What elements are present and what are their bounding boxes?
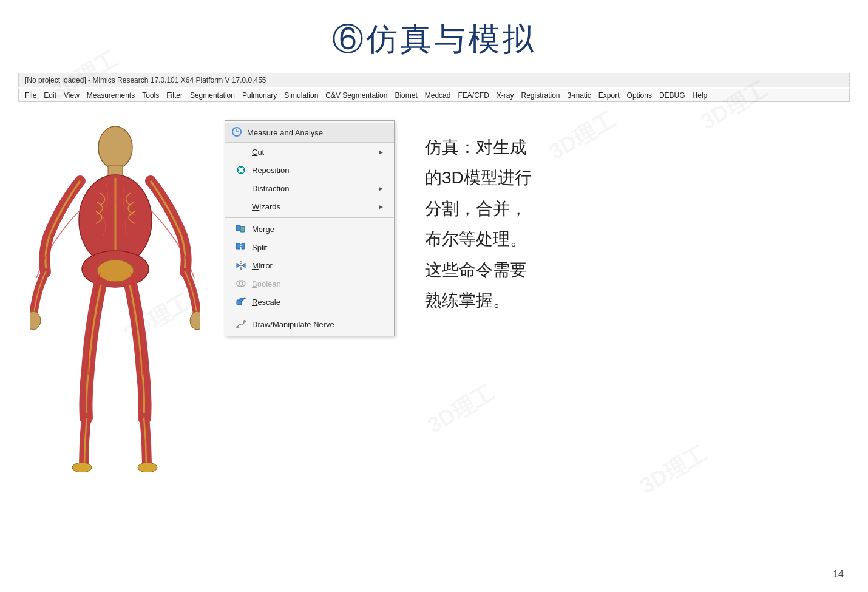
draw-nerve-label: Draw/Manipulate Nerve — [252, 320, 384, 329]
menu-debug[interactable]: DEBUG — [659, 91, 685, 100]
svg-point-32 — [243, 320, 246, 322]
menu-view[interactable]: View — [64, 91, 80, 100]
boolean-icon — [235, 277, 247, 290]
rescale-label: Rescale — [252, 298, 384, 307]
menu-xray[interactable]: X-ray — [497, 91, 514, 100]
rescale-icon — [235, 296, 247, 308]
cut-arrow: ► — [378, 149, 384, 155]
distraction-arrow: ► — [378, 185, 384, 192]
menu-fea-cfd[interactable]: FEA/CFD — [458, 91, 489, 100]
context-menu-wrapper: Measure and Analyse Cut ► — [225, 120, 395, 472]
menu-item-merge[interactable]: Merge — [225, 220, 394, 238]
distraction-icon — [235, 182, 247, 194]
page-number: 14 — [833, 569, 844, 580]
menu-pulmonary[interactable]: Pulmonary — [242, 91, 277, 100]
menu-3matic[interactable]: 3-matic — [568, 91, 591, 100]
svg-rect-20 — [236, 243, 245, 249]
page-title: ⑥仿真与模拟 — [0, 0, 868, 73]
svg-point-8 — [72, 463, 92, 472]
svg-point-31 — [236, 326, 239, 328]
anatomy-area — [18, 108, 212, 472]
menu-item-split[interactable]: Split — [225, 238, 394, 256]
split-icon — [235, 241, 247, 253]
menu-biomet[interactable]: Biomet — [395, 91, 417, 100]
distraction-label: Distraction — [252, 184, 373, 193]
merge-label: Merge — [252, 225, 384, 234]
measure-label: Measure and Analyse — [247, 128, 323, 137]
menu-help[interactable]: Help — [693, 91, 708, 100]
reposition-label: Reposition — [252, 166, 384, 175]
context-menu: Measure and Analyse Cut ► — [225, 120, 395, 336]
menu-edit[interactable]: Edit — [44, 91, 56, 100]
split-label: Split — [252, 243, 384, 252]
menu-item-draw-nerve[interactable]: Draw/Manipulate Nerve — [225, 315, 394, 333]
menubar: File Edit View Measurements Tools Filter… — [18, 89, 850, 102]
menu-file[interactable]: File — [25, 91, 36, 100]
svg-point-0 — [98, 126, 132, 169]
wizards-icon — [235, 200, 247, 213]
cut-icon — [235, 146, 247, 158]
menu-item-reposition[interactable]: Reposition — [225, 161, 394, 179]
menu-header-measure[interactable]: Measure and Analyse — [225, 123, 394, 143]
svg-point-6 — [30, 311, 41, 330]
main-content: Measure and Analyse Cut ► — [0, 102, 868, 478]
svg-rect-18 — [236, 225, 240, 231]
svg-rect-19 — [240, 226, 245, 232]
mirror-icon — [235, 259, 247, 271]
menu-item-mirror[interactable]: Mirror — [225, 256, 394, 274]
menu-simulation[interactable]: Simulation — [284, 91, 318, 100]
svg-point-7 — [190, 311, 200, 330]
menu-tools[interactable]: Tools — [142, 91, 159, 100]
menu-options[interactable]: Options — [627, 91, 652, 100]
menu-item-cut[interactable]: Cut ► — [225, 143, 394, 161]
cut-label: Cut — [252, 148, 373, 157]
menu-export[interactable]: Export — [598, 91, 620, 100]
menu-measurements[interactable]: Measurements — [87, 91, 135, 100]
menu-item-wizards[interactable]: Wizards ► — [225, 197, 394, 216]
anatomy-illustration — [30, 120, 200, 472]
titlebar: [No project loaded] - Mimics Research 17… — [18, 73, 850, 87]
menu-segmentation[interactable]: Segmentation — [190, 91, 235, 100]
menu-registration[interactable]: Registration — [521, 91, 560, 100]
menu-cv-segmentation[interactable]: C&V Segmentation — [325, 91, 387, 100]
description-text: 仿真：对生成的3D模型进行分割，合并，布尔等处理。这些命令需要熟练掌握。 — [425, 138, 532, 310]
svg-marker-24 — [242, 263, 245, 268]
nerve-icon — [235, 318, 247, 330]
menu-item-rescale[interactable]: Rescale — [225, 293, 394, 311]
menu-filter[interactable]: Filter — [166, 91, 183, 100]
titlebar-text: [No project loaded] - Mimics Research 17… — [25, 76, 266, 84]
wizards-arrow: ► — [378, 203, 384, 210]
wizards-label: Wizards — [252, 202, 373, 211]
description-area: 仿真：对生成的3D模型进行分割，合并，布尔等处理。这些命令需要熟练掌握。 — [407, 108, 850, 472]
mirror-label: Mirror — [252, 261, 384, 270]
separator-2 — [225, 313, 394, 313]
reposition-icon — [235, 164, 247, 176]
svg-point-9 — [138, 463, 157, 472]
measure-icon — [231, 126, 242, 139]
merge-icon — [235, 223, 247, 235]
svg-marker-23 — [237, 263, 240, 268]
separator-1 — [225, 217, 394, 218]
boolean-label: Boolean — [252, 279, 384, 288]
menu-medcad[interactable]: Medcad — [425, 91, 451, 100]
menu-item-distraction[interactable]: Distraction ► — [225, 179, 394, 197]
menu-item-boolean: Boolean — [225, 274, 394, 293]
